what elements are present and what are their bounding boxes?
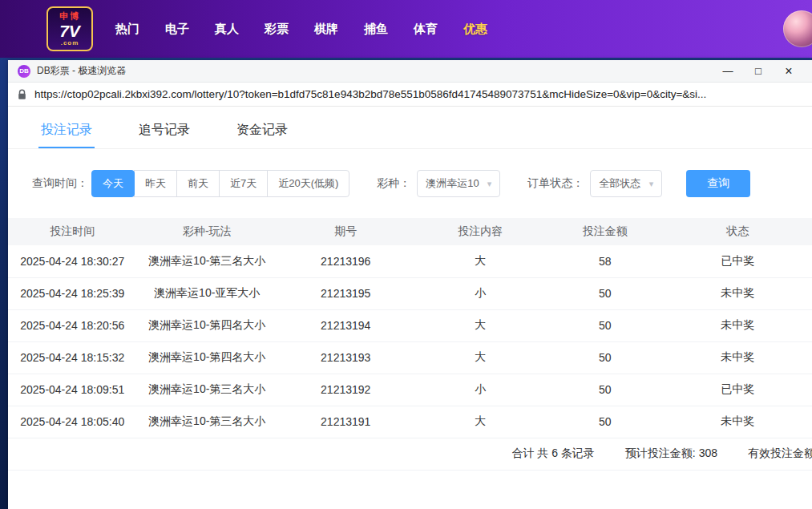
cell-play-type: 澳洲幸运10-第四名大小 [136, 341, 277, 374]
tab-fund-records[interactable]: 资金记录 [234, 118, 290, 148]
summary-valid-amount: 有效投注金额 [748, 446, 812, 461]
cell-issue: 21213194 [277, 309, 414, 341]
time-filter-20days[interactable]: 近20天(低频) [267, 170, 349, 197]
header-status: 状态 [663, 218, 812, 245]
nav-item-chess[interactable]: 棋牌 [314, 22, 338, 37]
site-logo-text-main: 7V [59, 22, 80, 39]
db-logo-icon: DB [18, 65, 30, 78]
cell-bet-time: 2025-04-24 18:25:39 [8, 277, 136, 309]
cell-content: 小 [414, 374, 546, 406]
table-row: 2025-04-24 18:30:27 澳洲幸运10-第三名大小 2121319… [8, 245, 812, 277]
table-row: 2025-04-24 18:05:40 澳洲幸运10-第三名大小 2121319… [8, 406, 812, 438]
cell-play-type: 澳洲幸运10-亚军大小 [136, 277, 277, 309]
cell-bet-time: 2025-04-24 18:05:40 [8, 406, 136, 438]
window-title: DB彩票 - 极速浏览器 [37, 64, 126, 78]
cell-amount: 50 [547, 277, 663, 309]
header-content: 投注内容 [414, 218, 546, 245]
nav-item-lottery[interactable]: 彩票 [265, 22, 289, 37]
cell-content: 小 [414, 277, 546, 309]
cell-status: 已中奖 [663, 245, 812, 277]
browser-window: DB DB彩票 - 极速浏览器 — □ × https://ctop02pcal… [8, 60, 812, 509]
summary-expected-amount: 预计投注金额: 308 [625, 446, 717, 461]
cell-bet-time: 2025-04-24 18:30:27 [8, 245, 136, 277]
lottery-select[interactable]: 澳洲幸运10 ▾ [417, 170, 500, 197]
site-navbar: 申博 7V .com 热门 电子 真人 彩票 棋牌 捕鱼 体育 优惠 [0, 0, 812, 58]
url-text[interactable]: https://ctop02pcali.2kbxi392.com/lottery… [34, 88, 706, 100]
nav-item-fishing[interactable]: 捕鱼 [364, 22, 388, 37]
tab-bar: 投注记录 追号记录 资金记录 [8, 107, 812, 149]
chevron-down-icon: ▾ [649, 179, 654, 189]
tab-bet-records[interactable]: 投注记录 [38, 118, 95, 148]
header-bet-time: 投注时间 [8, 218, 136, 245]
lottery-filter-label: 彩种： [377, 176, 410, 191]
time-filter-group: 今天 昨天 前天 近7天 近20天(低频) [91, 170, 349, 197]
table-row: 2025-04-24 18:15:32 澳洲幸运10-第四名大小 2121319… [8, 341, 812, 374]
cell-issue: 21213191 [277, 406, 414, 438]
cell-play-type: 澳洲幸运10-第三名大小 [136, 406, 277, 438]
cell-play-type: 澳洲幸运10-第三名大小 [136, 374, 277, 406]
summary-total-count: 合计 共 6 条记录 [511, 446, 594, 461]
header-issue: 期号 [277, 218, 414, 245]
window-controls: — □ × [713, 60, 804, 83]
table-header-row: 投注时间 彩种-玩法 期号 投注内容 投注金额 状态 [8, 218, 812, 245]
cell-amount: 50 [547, 341, 663, 374]
minimize-button[interactable]: — [713, 60, 743, 83]
cell-issue: 21213196 [277, 245, 414, 277]
address-bar: https://ctop02pcali.2kbxi392.com/lottery… [8, 83, 812, 107]
chevron-down-icon: ▾ [487, 179, 492, 189]
tab-chase-records[interactable]: 追号记录 [136, 118, 192, 148]
cell-amount: 50 [547, 309, 663, 341]
cell-bet-time: 2025-04-24 18:15:32 [8, 341, 136, 374]
status-select-value: 全部状态 [599, 176, 640, 191]
user-avatar[interactable] [783, 10, 812, 47]
time-filter-7days[interactable]: 近7天 [219, 170, 268, 197]
header-play-type: 彩种-玩法 [136, 218, 277, 245]
nav-item-slots[interactable]: 电子 [165, 22, 189, 37]
cell-amount: 50 [547, 406, 663, 438]
cell-status: 已中奖 [663, 374, 812, 406]
table-row: 2025-04-24 18:25:39 澳洲幸运10-亚军大小 21213195… [8, 277, 812, 309]
cell-content: 大 [414, 309, 546, 341]
cell-issue: 21213192 [277, 374, 414, 406]
nav-item-promo[interactable]: 优惠 [463, 22, 487, 37]
cell-issue: 21213193 [277, 341, 414, 374]
maximize-button[interactable]: □ [743, 60, 774, 83]
table-summary: 合计 共 6 条记录 预计投注金额: 308 有效投注金额 [8, 438, 812, 471]
page-content: 投注记录 追号记录 资金记录 查询时间： 今天 昨天 前天 近7天 近20天(低… [8, 107, 812, 509]
time-filter-daybefore[interactable]: 前天 [176, 170, 220, 197]
nav-item-hot[interactable]: 热门 [115, 22, 139, 37]
time-filter-today[interactable]: 今天 [91, 170, 135, 197]
table-row: 2025-04-24 18:09:51 澳洲幸运10-第三名大小 2121319… [8, 374, 812, 406]
table-row: 2025-04-24 18:20:56 澳洲幸运10-第四名大小 2121319… [8, 309, 812, 341]
cell-status: 未中奖 [663, 341, 812, 374]
nav-item-live[interactable]: 真人 [215, 22, 239, 37]
cell-status: 未中奖 [663, 309, 812, 341]
site-logo-text-sub: .com [61, 40, 79, 46]
status-filter-label: 订单状态： [527, 176, 584, 191]
cell-content: 大 [414, 406, 546, 438]
cell-bet-time: 2025-04-24 18:09:51 [8, 374, 136, 406]
cell-issue: 21213195 [277, 277, 414, 309]
search-button[interactable]: 查询 [686, 170, 750, 197]
cell-status: 未中奖 [663, 277, 812, 309]
close-button[interactable]: × [774, 60, 804, 83]
main-menu: 热门 电子 真人 彩票 棋牌 捕鱼 体育 优惠 [115, 22, 487, 37]
site-logo[interactable]: 申博 7V .com [46, 6, 93, 51]
cell-amount: 50 [547, 374, 663, 406]
lock-icon [18, 89, 26, 100]
filter-bar: 查询时间： 今天 昨天 前天 近7天 近20天(低频) 彩种： 澳洲幸运10 ▾… [32, 170, 812, 197]
cell-amount: 58 [547, 245, 663, 277]
time-filter-label: 查询时间： [32, 176, 88, 191]
lottery-select-value: 澳洲幸运10 [426, 176, 479, 191]
status-select[interactable]: 全部状态 ▾ [590, 170, 662, 197]
bet-records-table: 投注时间 彩种-玩法 期号 投注内容 投注金额 状态 2025-04-24 18… [8, 218, 812, 438]
site-logo-text-top: 申博 [59, 12, 80, 21]
browser-titlebar: DB DB彩票 - 极速浏览器 — □ × [8, 60, 812, 83]
header-amount: 投注金额 [547, 218, 663, 245]
cell-play-type: 澳洲幸运10-第四名大小 [136, 309, 277, 341]
cell-play-type: 澳洲幸运10-第三名大小 [136, 245, 277, 277]
cell-status: 未中奖 [663, 406, 812, 438]
nav-item-sports[interactable]: 体育 [414, 22, 438, 37]
time-filter-yesterday[interactable]: 昨天 [134, 170, 177, 197]
cell-content: 大 [414, 341, 546, 374]
